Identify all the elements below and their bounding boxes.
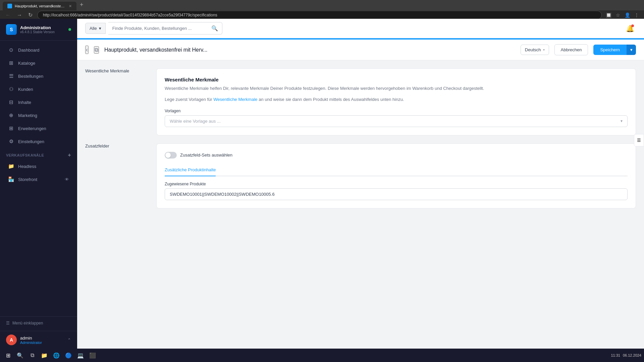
menu-icon[interactable]: ⋮ xyxy=(633,12,640,18)
main-content: Alle ▾ 🔍 🔔 ‹ ⧉ Hauptprodukt, versan xyxy=(77,19,644,349)
sidebar-item-bestellungen[interactable]: ☰ Bestellungen xyxy=(2,70,75,82)
sidebar-item-einstellungen[interactable]: ⚙ Einstellungen xyxy=(2,135,75,148)
sidebar-item-kataloge-label: Kataloge xyxy=(18,61,35,66)
vscode-button[interactable]: 💻 xyxy=(75,350,86,361)
sidebar-item-erweiterungen-label: Erweiterungen xyxy=(18,126,46,131)
section-label-area: Wesentliche Merkmale xyxy=(85,68,146,135)
task-view-button[interactable]: ⧉ xyxy=(27,350,38,361)
vorlagen-placeholder: Wähle eine Vorlage aus ... xyxy=(170,119,221,124)
browser-tab-active[interactable]: Hauptprodukt, versandkostenfr... ✕ xyxy=(3,2,76,10)
search-filter-button[interactable]: Alle ▾ xyxy=(85,23,106,34)
back-nav-button[interactable]: ← xyxy=(4,11,12,19)
taskbar-time: 11:31 xyxy=(611,353,620,357)
wesentliche-merkmale-card: Wesentliche Merkmale Wesentliche Merkmal… xyxy=(156,68,636,135)
user-role: Administrator xyxy=(20,341,42,345)
profile-icon[interactable]: 👤 xyxy=(624,12,631,18)
star-icon[interactable]: ☆ xyxy=(614,12,621,18)
panel-icon: ☰ xyxy=(637,138,641,143)
taskbar-date: 06.12.2024 xyxy=(623,353,641,357)
sidebar-item-kataloge[interactable]: ⊞ Kataloge xyxy=(2,57,75,69)
new-tab-button[interactable]: + xyxy=(77,0,86,10)
sidebar-item-inhalte-label: Inhalte xyxy=(18,100,31,105)
sidebar-item-dashboard-label: Dashboard xyxy=(18,48,40,53)
language-select[interactable]: Deutsch ▾ xyxy=(521,45,549,55)
tab-zusaetzliche-produktinhalte[interactable]: Zusätzliche Produktinhalte xyxy=(165,164,216,176)
page-header: ‹ ⧉ Hauptprodukt, versandkostenfrei mit … xyxy=(77,40,644,60)
search-submit-icon[interactable]: 🔍 xyxy=(211,25,218,32)
search-input[interactable] xyxy=(112,26,211,31)
sidebar-item-headless[interactable]: 📁 Headless xyxy=(2,160,75,173)
tab-favicon xyxy=(7,4,12,8)
right-edge-panel-icon[interactable]: ☰ xyxy=(634,134,644,146)
storefront-eye-icon: 👁 xyxy=(65,177,69,182)
sidebar-app-name: Administration xyxy=(20,25,55,30)
dashboard-icon: ⊙ xyxy=(8,47,14,53)
start-button[interactable]: ⊞ xyxy=(3,350,13,361)
sidebar-nav: ⊙ Dashboard ⊞ Kataloge ☰ Bestellungen ⚇ … xyxy=(0,41,77,189)
page-copy-button[interactable]: ⧉ xyxy=(94,46,99,54)
collapse-menu-button[interactable]: ☰ Menü einklappen xyxy=(6,321,71,325)
save-button[interactable]: Speichern xyxy=(593,45,627,55)
inhalte-icon: ⊟ xyxy=(8,99,14,105)
zugewiesene-produkte-input[interactable] xyxy=(165,188,628,200)
browser-tabs: Hauptprodukt, versandkostenfr... ✕ + xyxy=(0,0,644,10)
url-bar[interactable] xyxy=(37,11,602,19)
add-verkaufskanal-button[interactable]: + xyxy=(68,152,71,158)
sidebar-header: S Administration v6.4.8.1 Stable Version xyxy=(0,19,77,41)
kataloge-icon: ⊞ xyxy=(8,60,14,66)
sidebar-item-marketing-label: Marketing xyxy=(18,113,37,118)
topbar: Alle ▾ 🔍 🔔 xyxy=(77,19,644,38)
collapse-label: Menü einklappen xyxy=(12,321,43,325)
sidebar-app-info: Administration v6.4.8.1 Stable Version xyxy=(20,25,55,34)
sidebar-item-erweiterungen[interactable]: ⊞ Erweiterungen xyxy=(2,122,75,135)
edge-browser-button[interactable]: 🌐 xyxy=(51,350,62,361)
toggle-label: Zusatzfeld-Sets auswählen xyxy=(180,153,232,158)
kunden-icon: ⚇ xyxy=(8,86,14,92)
vorlagen-select[interactable]: Wähle eine Vorlage aus ... ▾ xyxy=(165,115,628,127)
page-back-button[interactable]: ‹ xyxy=(85,46,89,54)
notification-button[interactable]: 🔔 xyxy=(624,22,636,35)
search-taskbar-button[interactable]: 🔍 xyxy=(15,350,25,361)
chrome-button[interactable]: 🔵 xyxy=(63,350,74,361)
sidebar-item-inhalte[interactable]: ⊟ Inhalte xyxy=(2,96,75,109)
terminal-button[interactable]: ⬛ xyxy=(87,350,98,361)
sidebar: S Administration v6.4.8.1 Stable Version… xyxy=(0,19,77,349)
vorlagen-label: Vorlagen xyxy=(165,109,628,113)
sidebar-item-einstellungen-label: Einstellungen xyxy=(18,139,44,144)
search-input-wrap: 🔍 xyxy=(108,22,222,35)
save-button-group: Speichern ▾ xyxy=(593,45,636,55)
sidebar-user[interactable]: A admin Administrator ⌃ xyxy=(0,331,77,349)
headless-icon: 📁 xyxy=(8,163,14,169)
sidebar-logo: S xyxy=(6,24,17,35)
extensions-icon[interactable]: 🔲 xyxy=(605,12,612,18)
user-menu-chevron-icon: ⌃ xyxy=(67,338,71,343)
browser-chrome: Hauptprodukt, versandkostenfr... ✕ + ← →… xyxy=(0,0,644,19)
forward-nav-button[interactable]: → xyxy=(15,11,23,19)
zusatzfelder-tab-bar: Zusätzliche Produktinhalte xyxy=(165,164,628,176)
cancel-button[interactable]: Abbrechen xyxy=(554,44,588,55)
sidebar-item-storefront[interactable]: 🏪 Storefront 👁 xyxy=(2,173,75,186)
zusatzfeld-sets-toggle[interactable] xyxy=(165,152,177,159)
wesentliche-merkmale-card-area: Wesentliche Merkmale Wesentliche Merkmal… xyxy=(156,68,636,135)
refresh-nav-button[interactable]: ↻ xyxy=(27,10,34,19)
user-name: admin xyxy=(20,336,42,341)
zusatzfelder-section: Zusatzfelder Zusatzfeld-Sets auswählen Z… xyxy=(77,143,644,217)
sidebar-item-marketing[interactable]: ⊕ Marketing xyxy=(2,109,75,122)
einstellungen-icon: ⚙ xyxy=(8,138,14,144)
storefront-icon: 🏪 xyxy=(8,176,14,182)
sidebar-version: v6.4.8.1 Stable Version xyxy=(20,30,55,34)
search-filter-label: Alle xyxy=(90,26,97,31)
file-explorer-button[interactable]: 📁 xyxy=(39,350,50,361)
user-avatar: A xyxy=(6,335,17,345)
sidebar-item-dashboard[interactable]: ⊙ Dashboard xyxy=(2,44,75,56)
verkaufskanaele-section: Verkaufskanäle + xyxy=(0,148,77,160)
tab-close-button[interactable]: ✕ xyxy=(69,4,72,8)
erweiterungen-icon: ⊞ xyxy=(8,125,14,131)
bestellungen-icon: ☰ xyxy=(8,73,14,79)
sidebar-footer: ☰ Menü einklappen xyxy=(0,316,77,329)
wesentliche-merkmale-link[interactable]: Wesentliche Merkmale xyxy=(213,97,257,102)
save-dropdown-button[interactable]: ▾ xyxy=(627,45,636,55)
sidebar-item-kunden[interactable]: ⚇ Kunden xyxy=(2,83,75,96)
zugewiesene-produkte-label: Zugewiesene Produkte xyxy=(165,182,628,186)
browser-actions: 🔲 ☆ 👤 ⋮ xyxy=(605,12,640,18)
